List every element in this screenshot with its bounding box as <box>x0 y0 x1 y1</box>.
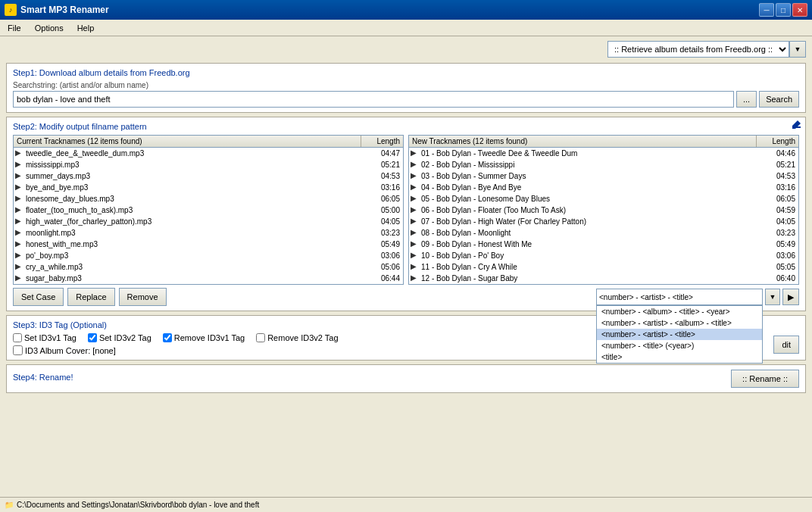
track-arrow: ▶ <box>14 148 24 158</box>
checkbox-set-id3v2-tag[interactable] <box>88 333 97 342</box>
checkbox-label: Remove ID3v1 Tag <box>174 333 245 342</box>
current-track-row[interactable]: ▶sugar_baby.mp306:44 <box>14 273 403 284</box>
menu-options[interactable]: Options <box>32 22 67 34</box>
close-button[interactable]: ✕ <box>792 3 807 17</box>
current-track-row[interactable]: ▶summer_days.mp304:53 <box>14 170 403 182</box>
replace-button[interactable]: Replace <box>67 288 114 306</box>
pattern-display[interactable]: <number> - <artist> - <title> <box>596 289 763 305</box>
current-track-row[interactable]: ▶tweedle_dee_&_tweedle_dum.mp304:47 <box>14 148 403 159</box>
search-input[interactable] <box>13 91 734 108</box>
new-track-row[interactable]: ▶11 - Bob Dylan - Cry A While05:05 <box>409 261 798 273</box>
track-name: high_water_(for_charley_patton).mp3 <box>24 217 365 226</box>
current-track-row[interactable]: ▶cry_a_while.mp305:06 <box>14 261 403 273</box>
current-table-header: Current Tracknames (12 items found) Leng… <box>14 136 403 148</box>
new-track-length: 03:06 <box>760 251 798 261</box>
new-track-row[interactable]: ▶10 - Bob Dylan - Po' Boy03:06 <box>409 250 798 261</box>
track-length: 06:05 <box>365 194 403 204</box>
window-controls: ─ □ ✕ <box>759 3 807 17</box>
current-length-header: Length <box>361 136 403 147</box>
search-button[interactable]: Search <box>759 91 799 108</box>
remove-button[interactable]: Remove <box>119 288 167 306</box>
pattern-option[interactable]: <number> - <title> (<year>) <box>597 340 762 351</box>
checkbox-remove-id3v1-tag[interactable] <box>163 333 172 342</box>
new-track-row[interactable]: ▶03 - Bob Dylan - Summer Days04:53 <box>409 170 798 182</box>
track-name: po'_boy.mp3 <box>24 251 365 261</box>
track-arrow: ▶ <box>409 148 420 158</box>
edit-tags-button[interactable]: dit <box>773 336 799 354</box>
new-track-row[interactable]: ▶04 - Bob Dylan - Bye And Bye03:16 <box>409 182 798 193</box>
checkbox-label: Set ID3v2 Tag <box>99 333 151 342</box>
new-track-row[interactable]: ▶01 - Bob Dylan - Tweedle Dee & Tweedle … <box>409 148 798 159</box>
current-name-header: Current Tracknames (12 items found) <box>14 136 361 147</box>
maximize-button[interactable]: □ <box>776 3 791 17</box>
edit-icon[interactable] <box>790 117 805 133</box>
pattern-option[interactable]: <title> <box>597 351 762 363</box>
browse-button[interactable]: ... <box>736 91 757 108</box>
track-arrow: ▶ <box>409 262 420 272</box>
current-track-row[interactable]: ▶lonesome_day_blues.mp306:05 <box>14 193 403 204</box>
retrieve-select[interactable]: :: Retrieve album details from Freedb.or… <box>607 41 789 58</box>
checkbox-item: Remove ID3v2 Tag <box>256 333 338 342</box>
pattern-dropdown-button[interactable]: ▼ <box>765 289 780 305</box>
new-track-length: 03:23 <box>760 228 798 238</box>
track-arrow: ▶ <box>14 262 24 272</box>
track-length: 04:05 <box>365 217 403 226</box>
current-track-row[interactable]: ▶mississippi.mp305:21 <box>14 159 403 170</box>
step2-title: Step2: Modify output filname pattern <box>13 122 799 131</box>
track-arrow: ▶ <box>409 194 420 204</box>
track-length: 05:06 <box>365 262 403 272</box>
pattern-option[interactable]: <number> - <album> - <title> - <year> <box>597 306 762 317</box>
track-arrow: ▶ <box>409 228 420 238</box>
track-arrow: ▶ <box>409 160 420 170</box>
new-track-row[interactable]: ▶02 - Bob Dylan - Mississippi05:21 <box>409 159 798 170</box>
track-name: honest_with_me.mp3 <box>24 239 365 249</box>
menu-help[interactable]: Help <box>74 22 98 34</box>
track-arrow: ▶ <box>14 183 24 192</box>
album-cover-value: [none] <box>92 346 116 355</box>
pattern-option[interactable]: <number> - <artist> - <title> <box>597 329 762 340</box>
new-track-row[interactable]: ▶08 - Bob Dylan - Moonlight03:23 <box>409 227 798 239</box>
checkbox-item: Set ID3v1 Tag <box>13 333 77 342</box>
track-name: summer_days.mp3 <box>24 171 365 181</box>
checkbox-remove-id3v2-tag[interactable] <box>256 333 265 342</box>
new-table-header: New Tracknames (12 items found) Length <box>409 136 798 148</box>
new-track-row[interactable]: ▶09 - Bob Dylan - Honest With Me05:49 <box>409 239 798 250</box>
new-track-name: 12 - Bob Dylan - Sugar Baby <box>420 273 760 283</box>
pattern-option[interactable]: <number> - <artist> - <album> - <title> <box>597 317 762 329</box>
current-track-row[interactable]: ▶moonlight.mp303:23 <box>14 227 403 239</box>
track-length: 04:47 <box>365 148 403 158</box>
current-track-row[interactable]: ▶po'_boy.mp303:06 <box>14 250 403 261</box>
folder-icon: 📁 <box>5 501 14 509</box>
new-track-row[interactable]: ▶05 - Bob Dylan - Lonesome Day Blues06:0… <box>409 193 798 204</box>
new-track-row[interactable]: ▶06 - Bob Dylan - Floater (Too Much To A… <box>409 204 798 216</box>
new-track-length: 04:46 <box>760 148 798 158</box>
track-length: 03:16 <box>365 183 403 192</box>
track-length: 03:06 <box>365 251 403 261</box>
track-length: 06:44 <box>365 273 403 283</box>
set-case-button[interactable]: Set Case <box>13 288 64 306</box>
pattern-dropdown-menu: <number> - <album> - <title> - <year><nu… <box>596 305 763 364</box>
new-track-name: 07 - Bob Dylan - High Water (For Charley… <box>420 217 760 226</box>
retrieve-dropdown-button[interactable]: ▼ <box>789 41 806 58</box>
new-length-header: Length <box>757 136 798 147</box>
menu-file[interactable]: File <box>5 22 24 34</box>
step4-title: Step4: Rename! <box>13 373 73 382</box>
checkbox-label: Remove ID3v2 Tag <box>267 333 338 342</box>
new-track-name: 06 - Bob Dylan - Floater (Too Much To As… <box>420 205 760 215</box>
pattern-next-button[interactable]: ▶ <box>782 289 799 305</box>
checkbox-item: Remove ID3v1 Tag <box>163 333 245 342</box>
album-cover-checkbox[interactable] <box>13 345 23 355</box>
minimize-button[interactable]: ─ <box>759 3 774 17</box>
current-track-row[interactable]: ▶high_water_(for_charley_patton).mp304:0… <box>14 216 403 227</box>
current-track-row[interactable]: ▶bye_and_bye.mp303:16 <box>14 182 403 193</box>
current-track-row[interactable]: ▶floater_(too_much_to_ask).mp305:00 <box>14 204 403 216</box>
current-track-row[interactable]: ▶honest_with_me.mp305:49 <box>14 239 403 250</box>
new-track-row[interactable]: ▶12 - Bob Dylan - Sugar Baby06:40 <box>409 273 798 284</box>
track-arrow: ▶ <box>409 251 420 261</box>
checkbox-set-id3v1-tag[interactable] <box>13 333 22 342</box>
album-cover-row: ID3 Album Cover: [none] <box>13 345 339 355</box>
title-bar: ♪ Smart MP3 Renamer ─ □ ✕ <box>0 0 812 20</box>
track-arrow: ▶ <box>409 217 420 226</box>
rename-button[interactable]: :: Rename :: <box>731 370 799 388</box>
new-track-row[interactable]: ▶07 - Bob Dylan - High Water (For Charle… <box>409 216 798 227</box>
